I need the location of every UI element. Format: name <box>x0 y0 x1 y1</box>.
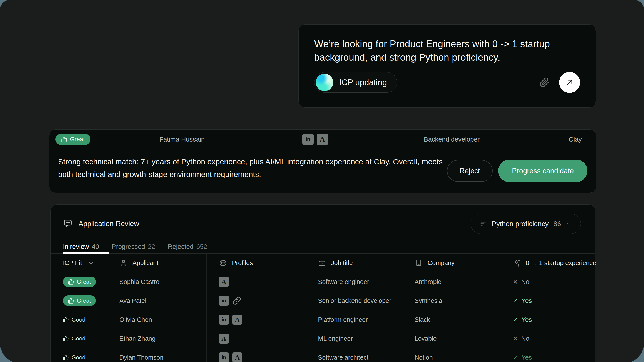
table-row[interactable]: Good Ethan Zhang A ML engineer Lovable ✕… <box>51 329 595 348</box>
globe-icon <box>219 259 227 267</box>
icp-fit-good: Good <box>63 354 86 361</box>
thumbs-up-icon <box>61 136 67 142</box>
link-icon[interactable] <box>232 296 242 305</box>
building-icon <box>414 259 423 267</box>
a-profile-icon[interactable]: A <box>219 277 229 287</box>
applicant-name: Sophia Castro <box>107 272 206 291</box>
candidate-fit-summary: Strong technical match: 7+ years of Pyth… <box>58 155 452 181</box>
reject-button[interactable]: Reject <box>447 160 492 182</box>
thumbs-up-icon <box>68 279 74 285</box>
applicant-name: Olivia Chen <box>107 310 206 329</box>
briefcase-icon <box>318 259 326 267</box>
column-header-applicant[interactable]: Applicant <box>107 254 206 272</box>
proficiency-filter-dropdown[interactable]: Python proficiency 86 <box>471 214 581 234</box>
candidate-review-card: Great Fatima Hussain in A Backend develo… <box>49 129 596 193</box>
review-tabs: In review 40 Progressed 22 Rejected 652 <box>51 240 595 253</box>
column-header-company[interactable]: Company <box>402 254 500 272</box>
applicant-name: Dylan Thomson <box>107 348 206 362</box>
candidate-profile-links: in A <box>302 134 328 145</box>
tab-in-review[interactable]: In review 40 <box>63 243 99 250</box>
chevron-down-icon <box>87 259 95 267</box>
icp-fit-good: Good <box>63 335 86 342</box>
candidate-name: Fatima Hussain <box>144 130 220 149</box>
filter-label: Python proficiency <box>492 220 548 228</box>
startup-experience-value: ✓ Yes <box>513 297 532 305</box>
linkedin-icon[interactable]: in <box>219 315 229 325</box>
app-window: We’re looking for Product Engineers with… <box>0 0 644 362</box>
candidate-header-row: Great Fatima Hussain in A Backend develo… <box>49 130 596 149</box>
applicants-table: ICP Fit Applicant Profiles Job title <box>51 253 595 362</box>
icp-fit-badge: Great <box>56 134 90 145</box>
applicant-name: Ethan Zhang <box>107 329 206 348</box>
icp-sphere-icon <box>316 74 333 91</box>
tab-progressed[interactable]: Progressed 22 <box>112 243 155 250</box>
column-header-startup-experience[interactable]: 0 → 1 startup experience <box>500 254 596 272</box>
check-icon: ✓ <box>513 297 518 305</box>
thumbs-up-icon <box>63 355 69 361</box>
a-profile-icon[interactable]: A <box>232 315 242 325</box>
panel-title: Application Review <box>63 219 139 229</box>
prompt-actions: ICP updating <box>314 72 580 93</box>
person-icon <box>120 259 128 267</box>
filter-value: 86 <box>553 220 561 228</box>
chevron-down-icon <box>566 221 572 227</box>
sparkle-ai-icon <box>513 259 521 267</box>
table-header-row: ICP Fit Applicant Profiles Job title <box>51 254 595 272</box>
job-title: Software engineer <box>306 272 402 291</box>
icp-fit-good: Good <box>63 316 86 323</box>
icp-fit-badge: Great <box>63 296 96 306</box>
candidate-body: Strong technical match: 7+ years of Pyth… <box>49 149 596 192</box>
table-row[interactable]: Good Olivia Chen in A Platform engineer … <box>51 310 595 329</box>
a-profile-icon[interactable]: A <box>317 134 328 145</box>
table-row[interactable]: Great Sophia Castro A Software engineer … <box>51 272 595 291</box>
x-icon: ✕ <box>513 335 518 342</box>
fit-badge-label: Great <box>70 136 85 143</box>
chat-bubble-icon <box>63 219 73 229</box>
a-profile-icon[interactable]: A <box>219 334 229 344</box>
linkedin-icon[interactable]: in <box>219 353 229 362</box>
job-title: Software architect <box>306 348 402 362</box>
table-row[interactable]: Great Ava Patel in Senior backend develo… <box>51 291 595 310</box>
send-button[interactable] <box>559 72 580 93</box>
linkedin-icon[interactable]: in <box>219 296 229 306</box>
column-header-profiles[interactable]: Profiles <box>206 254 306 272</box>
company: Notion <box>402 348 500 362</box>
progress-candidate-button[interactable]: Progress candidate <box>498 160 588 182</box>
icp-fit-badge: Great <box>63 277 96 287</box>
job-title: Senior backend developer <box>306 291 402 310</box>
candidate-company: Clay <box>569 130 582 149</box>
tab-rejected[interactable]: Rejected 652 <box>168 243 207 250</box>
thumbs-up-icon <box>68 298 74 304</box>
panel-header: Application Review Python proficiency 86 <box>51 205 595 234</box>
startup-experience-value: ✓ Yes <box>513 354 532 361</box>
panel-title-label: Application Review <box>78 220 139 228</box>
check-icon: ✓ <box>513 316 518 324</box>
x-icon: ✕ <box>513 278 518 286</box>
attachment-paperclip-icon[interactable] <box>540 77 550 87</box>
icp-prompt-card: We’re looking for Product Engineers with… <box>298 24 596 108</box>
candidate-job-title: Backend developer <box>406 130 498 149</box>
icp-updating-label: ICP updating <box>339 78 387 87</box>
applicant-name: Ava Patel <box>107 291 206 310</box>
startup-experience-value: ✕ No <box>513 335 530 342</box>
column-header-job-title[interactable]: Job title <box>306 254 402 272</box>
startup-experience-value: ✕ No <box>513 278 530 286</box>
application-review-panel: Application Review Python proficiency 86… <box>50 204 596 362</box>
job-title: Platform engineer <box>306 310 402 329</box>
company: Synthesia <box>402 291 500 310</box>
a-profile-icon[interactable]: A <box>232 353 242 362</box>
check-icon: ✓ <box>513 354 518 361</box>
arrow-up-right-icon <box>565 78 574 87</box>
thumbs-up-icon <box>63 317 69 323</box>
icp-updating-chip[interactable]: ICP updating <box>314 72 397 93</box>
company: Anthropic <box>402 272 500 291</box>
job-title: ML engineer <box>306 329 402 348</box>
table-row[interactable]: Good Dylan Thomson in A Software archite… <box>51 348 595 362</box>
linkedin-icon[interactable]: in <box>302 134 314 145</box>
active-tab-underline <box>63 252 110 254</box>
icp-prompt-message: We’re looking for Product Engineers with… <box>314 37 562 64</box>
column-header-icp-fit[interactable]: ICP Fit <box>51 254 107 272</box>
candidate-actions: Reject Progress candidate <box>447 160 588 182</box>
thumbs-up-icon <box>63 336 69 342</box>
startup-experience-value: ✓ Yes <box>513 316 532 324</box>
